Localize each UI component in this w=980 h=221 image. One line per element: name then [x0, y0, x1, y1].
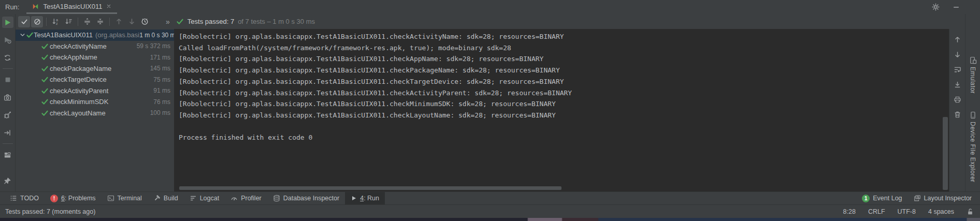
taskbar-edge — [0, 218, 980, 221]
previous-failed-test-button[interactable] — [113, 16, 125, 27]
test-passed-icon — [39, 42, 50, 50]
error-badge-icon: ! — [50, 195, 58, 202]
test-status: Tests passed: 7 of 7 tests – 1 m 0 s 30 … — [176, 18, 315, 25]
open-results-button[interactable] — [2, 127, 13, 138]
minimize-icon[interactable] — [951, 2, 961, 12]
tests-passed-icon — [176, 18, 184, 25]
no-circle-icon — [34, 18, 41, 25]
rerun-failed-tests-button[interactable] — [2, 34, 13, 46]
test-row[interactable]: checkActivityParent91 ms — [16, 85, 174, 97]
toolwindow-tab-todo[interactable]: TODO — [4, 192, 45, 204]
chevron-down-icon[interactable] — [19, 32, 26, 38]
tool-window-button-device-file-explorer[interactable]: Device File Explorer — [969, 111, 977, 182]
gear-icon[interactable] — [930, 2, 941, 12]
sort-alphabetically-button[interactable]: az — [50, 16, 62, 27]
expand-all-icon — [83, 18, 91, 25]
console-output[interactable]: [Robolectric] org.aplas.basicappx.TestA1… — [174, 29, 949, 191]
test-row[interactable]: checkActivityName59 s 372 ms — [16, 41, 174, 52]
test-time: 100 ms — [150, 109, 170, 116]
sort-alpha-icon: az — [52, 18, 60, 25]
next-failed-test-button[interactable] — [126, 16, 138, 27]
toolwindow-tab-database-inspector[interactable]: Database Inspector — [267, 192, 345, 204]
expand-all-button[interactable] — [81, 16, 93, 27]
toolwindow-tab-problems[interactable]: !6: Problems — [45, 192, 102, 204]
run-tab-title: TestA1BasicUIX011 — [43, 3, 102, 10]
collapse-all-icon — [96, 18, 104, 25]
print-button[interactable] — [952, 94, 963, 105]
clock-icon — [141, 18, 149, 25]
show-passed-button[interactable] — [18, 16, 30, 27]
encoding-indicator[interactable]: UTF-8 — [898, 208, 916, 215]
clear-all-button[interactable] — [952, 109, 963, 120]
stop-button[interactable] — [2, 74, 13, 85]
status-bar-right: 8:28 CRLF UTF-8 4 spaces — [843, 208, 974, 215]
caret-position[interactable]: 8:28 — [843, 208, 856, 215]
gauge-icon — [230, 195, 238, 202]
horizontal-scrollbar[interactable] — [179, 186, 561, 190]
tab-label: Logcat — [200, 195, 220, 202]
layout-inspector-button[interactable]: Layout Inspector — [914, 195, 972, 202]
tool-window-button-emulator[interactable]: Emulator — [969, 56, 977, 94]
tab-label: Database Inspector — [283, 195, 339, 202]
test-row[interactable]: checkMinimumSDK76 ms — [16, 96, 174, 108]
status-bar: Tests passed: 7 (moments ago) 8:28 CRLF … — [0, 204, 980, 218]
soft-wrap-button[interactable] — [952, 64, 963, 75]
sort-by-duration-button[interactable] — [63, 16, 75, 27]
collapse-all-button[interactable] — [94, 16, 106, 27]
show-ignored-button[interactable] — [31, 16, 43, 27]
scroll-up-button[interactable] — [952, 34, 963, 45]
indent-indicator[interactable]: 4 spaces — [928, 208, 954, 215]
test-name: checkActivityParent — [50, 87, 108, 95]
suite-name: TestA1BasicUIX011 — [34, 31, 93, 39]
test-name: checkPackageName — [50, 65, 111, 72]
line-ending-indicator[interactable]: CRLF — [868, 208, 885, 215]
console-line: Called loadFromPath(/system/framework/fr… — [179, 42, 949, 54]
emulator-icon — [969, 56, 977, 64]
pin-tab-button[interactable] — [2, 175, 13, 186]
toolbar-separator — [109, 18, 110, 26]
test-row[interactable]: checkLayoutName100 ms — [16, 108, 174, 119]
test-passed-icon — [39, 65, 50, 72]
console-line: [Robolectric] org.aplas.basicappx.TestA1… — [179, 76, 949, 87]
toolwindow-tab-logcat[interactable]: Logcat — [184, 192, 225, 204]
rerun-button[interactable] — [2, 17, 13, 28]
toolwindow-tab-terminal[interactable]: Terminal — [102, 192, 148, 204]
console-line: [Robolectric] org.aplas.basicappx.TestA1… — [179, 65, 949, 76]
run-header: Run: TestA1BasicUIX011 — [0, 0, 980, 14]
test-row[interactable]: checkTargetDevice75 ms — [16, 74, 174, 85]
test-suite-row[interactable]: TestA1BasicUIX011 (org.aplas.basi 1 m 0 … — [16, 30, 174, 41]
arrow-up-icon — [954, 36, 961, 43]
printer-icon — [954, 96, 961, 104]
test-row[interactable]: checkAppName171 ms — [16, 52, 174, 63]
toolbar-separator — [3, 143, 13, 144]
screenshot-button[interactable] — [2, 92, 13, 103]
close-icon[interactable] — [106, 3, 112, 9]
toggle-auto-test-button[interactable] — [2, 52, 13, 63]
toolwindow-tab-run[interactable]: 4: Run — [345, 192, 385, 204]
run-tab[interactable]: TestA1BasicUIX011 — [26, 0, 117, 14]
tab-label: 4: Run — [360, 195, 379, 202]
more-actions-chevron[interactable]: » — [166, 18, 170, 26]
event-log-button[interactable]: 1 Event Log — [862, 195, 902, 202]
test-time: 171 ms — [150, 54, 170, 61]
event-log-count-badge: 1 — [862, 195, 870, 202]
scroll-down-button[interactable] — [952, 49, 963, 60]
test-name: checkActivityName — [50, 42, 107, 50]
vertical-scrollbar[interactable] — [943, 117, 948, 190]
unlock-icon[interactable] — [967, 208, 974, 215]
toolwindow-tab-build[interactable]: Build — [148, 192, 184, 204]
scroll-to-end-button[interactable] — [952, 79, 963, 90]
tests-passed-count: Tests passed: 7 — [188, 18, 234, 25]
test-name: checkAppName — [50, 53, 97, 61]
toolbar-separator — [78, 18, 78, 26]
play-failed-icon — [4, 36, 11, 44]
toolwindow-tab-profiler[interactable]: Profiler — [225, 192, 267, 204]
restore-layout-button[interactable] — [2, 149, 13, 160]
device-icon — [969, 111, 977, 119]
attach-debugger-button[interactable] — [2, 109, 13, 121]
test-row[interactable]: checkPackageName145 ms — [16, 63, 174, 75]
test-passed-icon — [39, 76, 50, 83]
bug-attach-icon — [4, 111, 11, 119]
test-history-button[interactable] — [139, 16, 151, 27]
test-passed-icon — [39, 98, 50, 106]
